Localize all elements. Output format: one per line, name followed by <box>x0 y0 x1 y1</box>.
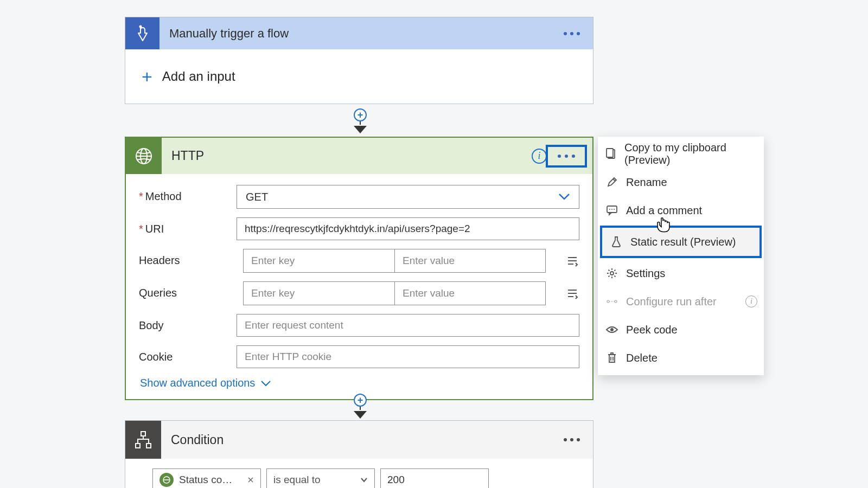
menu-settings-label: Settings <box>626 267 665 280</box>
menu-copy-label: Copy to my clipboard (Preview) <box>624 142 756 166</box>
svg-point-18 <box>610 328 614 331</box>
menu-settings[interactable]: Settings <box>598 259 764 287</box>
comment-icon <box>605 205 618 216</box>
info-icon[interactable]: i <box>532 149 547 164</box>
headers-text-mode-button[interactable] <box>565 254 579 268</box>
menu-peek-code[interactable]: Peek code <box>598 316 764 344</box>
menu-configure-run-after: Configure run after i <box>598 287 764 316</box>
trash-icon <box>605 352 618 364</box>
queries-value-input[interactable] <box>395 281 546 305</box>
menu-peek-label: Peek code <box>626 324 678 336</box>
add-step-button[interactable]: + <box>354 394 367 407</box>
pencil-icon <box>605 177 618 188</box>
eye-icon <box>605 325 618 334</box>
menu-delete[interactable]: Delete <box>598 344 764 372</box>
manual-trigger-icon <box>125 17 159 49</box>
body-label: Body <box>139 314 237 332</box>
status-badge-icon <box>159 473 174 487</box>
svg-point-16 <box>607 300 609 303</box>
http-more-button[interactable] <box>546 145 587 168</box>
run-after-icon <box>605 297 618 306</box>
body-input[interactable] <box>237 314 579 337</box>
uri-input[interactable] <box>237 217 579 240</box>
menu-static-result-highlight: Static result (Preview) <box>600 226 762 258</box>
svg-rect-6 <box>146 444 151 448</box>
http-header[interactable]: HTTP i <box>126 138 592 174</box>
svg-rect-5 <box>136 444 140 448</box>
condition-operator-label: is equal to <box>273 474 360 486</box>
condition-icon <box>125 421 161 459</box>
trigger-header[interactable]: Manually trigger a flow <box>125 17 593 49</box>
flask-icon <box>610 236 623 248</box>
http-body: *Method GET *URI Headers <box>126 174 592 399</box>
queries-key-input[interactable] <box>243 281 395 305</box>
http-card: HTTP i *Method GET *URI <box>125 137 593 400</box>
headers-key-input[interactable] <box>243 249 395 273</box>
menu-rename-label: Rename <box>626 176 667 189</box>
close-icon[interactable] <box>247 474 254 486</box>
arrow-down-icon <box>354 411 367 419</box>
headers-value-input[interactable] <box>395 249 546 273</box>
condition-more-button[interactable] <box>560 435 583 445</box>
plus-icon: + <box>142 67 152 86</box>
menu-static-result[interactable]: Static result (Preview) <box>602 228 760 256</box>
clipboard-icon <box>605 148 617 160</box>
chevron-down-icon <box>260 380 271 387</box>
queries-label: Queries <box>139 281 243 299</box>
menu-copy-clipboard[interactable]: Copy to my clipboard (Preview) <box>598 140 764 168</box>
method-value: GET <box>246 191 268 203</box>
condition-body: Status co… is equal to 200 <box>125 459 593 488</box>
queries-text-mode-button[interactable] <box>565 286 579 300</box>
svg-rect-10 <box>607 149 613 157</box>
method-label: *Method <box>139 185 237 203</box>
condition-header[interactable]: Condition <box>125 421 593 459</box>
headers-label: Headers <box>139 249 243 267</box>
condition-value-input[interactable]: 200 <box>380 468 489 488</box>
menu-runafter-label: Configure run after <box>626 296 717 308</box>
cookie-input[interactable] <box>237 345 579 368</box>
chevron-down-icon <box>360 477 368 483</box>
add-input-label: Add an input <box>162 69 235 84</box>
cookie-label: Cookie <box>139 345 237 363</box>
menu-add-comment[interactable]: Add a comment <box>598 196 764 224</box>
svg-rect-4 <box>141 432 145 436</box>
connector-1: + <box>354 108 367 133</box>
trigger-card: Manually trigger a flow + Add an input <box>125 17 593 104</box>
add-step-button[interactable]: + <box>354 108 367 121</box>
condition-title: Condition <box>171 433 224 447</box>
svg-point-12 <box>609 209 610 210</box>
svg-point-17 <box>615 300 617 303</box>
condition-left-label: Status co… <box>179 474 244 486</box>
svg-point-13 <box>611 209 612 210</box>
menu-rename[interactable]: Rename <box>598 168 764 196</box>
http-title: HTTP <box>171 149 204 163</box>
svg-point-14 <box>614 209 615 210</box>
http-globe-icon <box>126 138 162 174</box>
condition-value-text: 200 <box>387 474 405 486</box>
condition-operator-select[interactable]: is equal to <box>266 468 375 488</box>
arrow-down-icon <box>354 126 367 133</box>
menu-static-label: Static result (Preview) <box>630 236 736 248</box>
trigger-more-button[interactable] <box>560 29 583 38</box>
show-advanced-label: Show advanced options <box>140 377 255 389</box>
chevron-down-icon <box>558 193 570 201</box>
show-advanced-link[interactable]: Show advanced options <box>140 377 579 389</box>
menu-comment-label: Add a comment <box>626 204 702 217</box>
add-input-button[interactable]: + Add an input <box>125 49 593 104</box>
svg-point-0 <box>139 25 142 28</box>
menu-delete-label: Delete <box>626 352 658 364</box>
method-select[interactable]: GET <box>237 185 579 209</box>
context-menu: Copy to my clipboard (Preview) Rename Ad… <box>598 137 764 375</box>
trigger-title: Manually trigger a flow <box>169 27 289 41</box>
condition-card: Condition Status co… is equal to 200 <box>125 420 593 488</box>
svg-point-15 <box>610 272 614 275</box>
condition-left-operand[interactable]: Status co… <box>152 468 261 488</box>
uri-label: *URI <box>139 217 237 235</box>
connector-2: + <box>354 394 367 419</box>
info-icon: i <box>745 296 757 307</box>
gear-icon <box>605 267 618 279</box>
